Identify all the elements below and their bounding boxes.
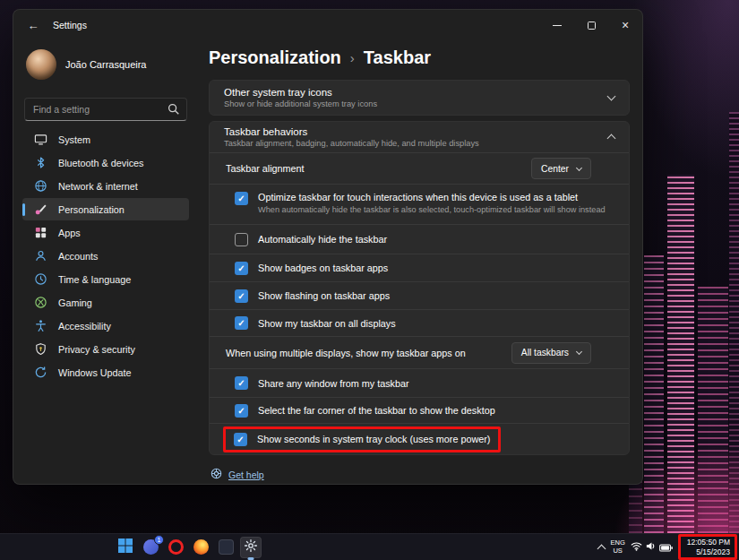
shield-icon bbox=[33, 342, 47, 357]
setting-label: Show flashing on taskbar apps bbox=[258, 290, 390, 301]
show-flashing-row: Show flashing on taskbar apps bbox=[210, 281, 629, 309]
sidebar-item-system[interactable]: System bbox=[22, 128, 189, 151]
sidebar-item-label: Privacy & security bbox=[58, 344, 135, 355]
sidebar-item-label: Accounts bbox=[58, 251, 98, 262]
windows-logo-icon bbox=[118, 538, 133, 556]
minimize-button[interactable] bbox=[540, 10, 574, 40]
sidebar-item-windows-update[interactable]: Windows Update bbox=[22, 361, 189, 383]
back-button[interactable]: ← bbox=[22, 14, 44, 36]
maximize-button[interactable] bbox=[574, 10, 608, 40]
desktop: ← Settings × João Carrasqueira bbox=[0, 0, 739, 560]
sidebar-item-label: Time & language bbox=[58, 274, 131, 285]
sidebar-item-network-internet[interactable]: Network & internet bbox=[22, 175, 189, 197]
setting-label: Automatically hide the taskbar bbox=[258, 234, 387, 245]
sidebar-item-label: Gaming bbox=[58, 297, 92, 308]
show-flashing-checkbox[interactable] bbox=[235, 289, 248, 303]
bluetooth-icon bbox=[33, 156, 47, 170]
card-title: Taskbar behaviors bbox=[224, 126, 479, 137]
taskbar-alignment-dropdown[interactable]: Center bbox=[531, 158, 591, 179]
quick-settings-button[interactable] bbox=[631, 539, 673, 556]
all-displays-checkbox[interactable] bbox=[235, 316, 248, 330]
show-badges-checkbox[interactable] bbox=[235, 262, 248, 275]
breadcrumb-separator: › bbox=[350, 50, 355, 65]
share-window-checkbox[interactable] bbox=[235, 376, 248, 390]
volume-icon bbox=[645, 539, 657, 556]
setting-text: Optimize taskbar for touch interactions … bbox=[258, 192, 606, 214]
sidebar-item-label: Apps bbox=[58, 228, 81, 238]
other-system-tray-icons-card[interactable]: Other system tray icons Show or hide add… bbox=[209, 80, 630, 116]
taskbar-behaviors-card: Taskbar behaviors Taskbar alignment, bad… bbox=[209, 121, 630, 455]
user-profile[interactable]: João Carrasqueira bbox=[22, 40, 189, 90]
setting-label: Taskbar alignment bbox=[226, 163, 305, 174]
firefox-icon bbox=[193, 539, 209, 555]
taskbar-app-settings[interactable] bbox=[240, 537, 262, 558]
breadcrumb-personalization[interactable]: Personalization bbox=[209, 47, 341, 68]
sidebar-item-time-language[interactable]: Time & language bbox=[22, 268, 189, 290]
sidebar-item-privacy-security[interactable]: Privacy & security bbox=[22, 338, 189, 360]
card-text: Other system tray icons Show or hide add… bbox=[224, 87, 377, 108]
clock-icon bbox=[33, 272, 47, 287]
user-name: João Carrasqueira bbox=[65, 59, 147, 70]
setting-label: Show badges on taskbar apps bbox=[258, 263, 388, 273]
sidebar-item-apps[interactable]: Apps bbox=[22, 221, 189, 244]
chevron-down-icon bbox=[576, 349, 582, 355]
system-icon bbox=[33, 133, 47, 147]
taskbar-behaviors-header[interactable]: Taskbar behaviors Taskbar alignment, bad… bbox=[210, 122, 629, 152]
opera-icon bbox=[168, 539, 184, 555]
setting-label: When using multiple displays, show my ta… bbox=[226, 348, 466, 358]
battery-icon bbox=[659, 539, 673, 556]
sidebar-item-personalization[interactable]: Personalization bbox=[22, 198, 189, 220]
taskbar-app-chat[interactable]: 1 bbox=[140, 537, 161, 558]
notification-badge: 1 bbox=[154, 535, 164, 545]
card-subtitle: Taskbar alignment, badging, automaticall… bbox=[224, 139, 479, 148]
show-hidden-icons-button[interactable] bbox=[598, 544, 606, 551]
wifi-icon bbox=[631, 539, 642, 556]
search-input[interactable] bbox=[24, 98, 187, 121]
close-button[interactable]: × bbox=[608, 10, 642, 40]
setting-subtext: When automatically hide the taskbar is a… bbox=[258, 205, 606, 214]
optimize-touch-checkbox[interactable] bbox=[235, 192, 248, 205]
minimize-icon bbox=[553, 25, 562, 26]
chevron-up-icon[interactable] bbox=[607, 134, 616, 143]
gear-icon bbox=[244, 538, 258, 556]
person-icon bbox=[33, 249, 47, 263]
setting-label: Share any window from my taskbar bbox=[258, 378, 409, 389]
all-displays-row: Show my taskbar on all displays bbox=[210, 309, 629, 336]
multiple-displays-dropdown[interactable]: All taskbars bbox=[511, 342, 591, 364]
get-help-label: Get help bbox=[228, 470, 264, 480]
start-button[interactable] bbox=[115, 537, 136, 558]
card-subtitle: Show or hide additional system tray icon… bbox=[224, 99, 377, 108]
personalization-icon bbox=[33, 202, 47, 217]
taskbar-app-dark[interactable] bbox=[215, 537, 236, 558]
auto-hide-taskbar-row: Automatically hide the taskbar bbox=[210, 224, 629, 254]
language-indicator[interactable]: ENG US bbox=[611, 539, 625, 555]
red-highlight-box: Show seconds in system tray clock (uses … bbox=[223, 426, 501, 452]
sidebar-item-label: Personalization bbox=[58, 204, 125, 215]
show-seconds-checkbox[interactable] bbox=[234, 433, 247, 446]
close-icon: × bbox=[622, 19, 629, 31]
taskbar-app-opera[interactable] bbox=[165, 537, 186, 558]
sidebar-item-accounts[interactable]: Accounts bbox=[22, 245, 189, 267]
sidebar: João Carrasqueira System Bluetooth & dev… bbox=[13, 40, 198, 484]
show-seconds-row: Show seconds in system tray clock (uses … bbox=[210, 423, 629, 454]
window-title: Settings bbox=[53, 20, 87, 30]
clock-time: 12:05:50 PM bbox=[687, 538, 730, 547]
taskbar-app-firefox[interactable] bbox=[190, 537, 211, 558]
window-controls: × bbox=[540, 10, 642, 40]
titlebar: ← Settings × bbox=[13, 10, 642, 40]
auto-hide-checkbox[interactable] bbox=[235, 233, 248, 246]
sidebar-item-bluetooth-devices[interactable]: Bluetooth & devices bbox=[22, 151, 189, 174]
globe-icon bbox=[33, 179, 47, 194]
xbox-icon bbox=[33, 296, 47, 310]
update-icon bbox=[33, 366, 47, 380]
avatar bbox=[26, 49, 56, 80]
get-help-link[interactable]: Get help bbox=[211, 468, 264, 481]
far-corner-checkbox[interactable] bbox=[235, 404, 248, 418]
maximize-icon bbox=[588, 22, 596, 30]
taskbar-clock[interactable]: 12:05:50 PM 5/15/2023 bbox=[678, 534, 737, 560]
chevron-down-icon[interactable] bbox=[607, 92, 616, 101]
search-icon bbox=[168, 103, 180, 116]
sidebar-item-gaming[interactable]: Gaming bbox=[22, 291, 189, 314]
system-tray: ENG US 12:05:50 PM 5/15/2023 bbox=[598, 534, 737, 560]
sidebar-item-accessibility[interactable]: Accessibility bbox=[22, 314, 189, 337]
